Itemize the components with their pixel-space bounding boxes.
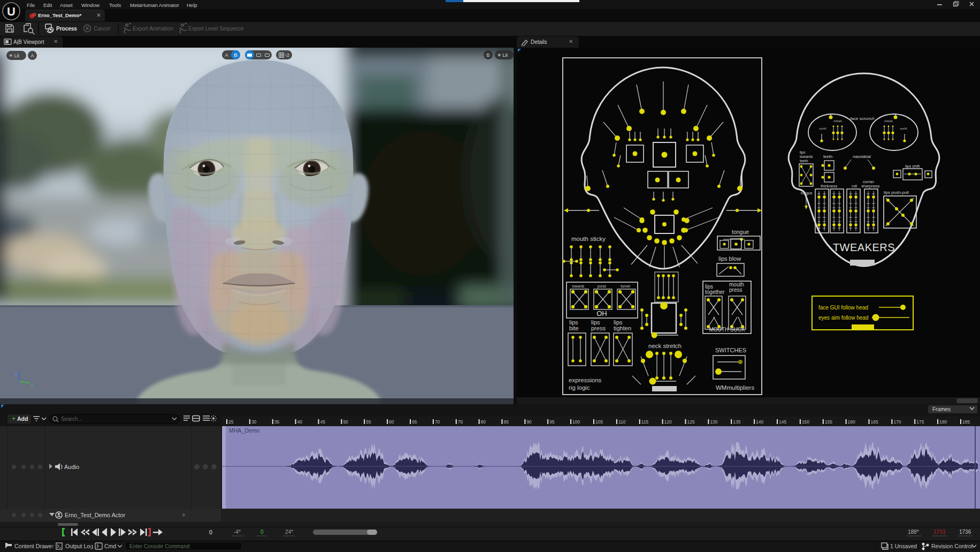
- svg-text:135: 135: [733, 419, 740, 425]
- svg-text:eyes aim follow head: eyes aim follow head: [818, 315, 868, 321]
- svg-text:105: 105: [595, 419, 603, 425]
- svg-text:0: 0: [209, 529, 212, 535]
- svg-text:110: 110: [618, 419, 626, 425]
- svg-text:mouth sticky: mouth sticky: [571, 236, 606, 242]
- svg-text:35: 35: [274, 419, 280, 425]
- svg-text:70: 70: [435, 419, 440, 425]
- svg-text:eyelid: eyelid: [819, 127, 826, 130]
- svg-text:expressions: expressions: [569, 377, 602, 383]
- svg-text:160: 160: [848, 419, 855, 425]
- svg-text:purse: purse: [598, 284, 607, 289]
- svg-text:thickness: thickness: [821, 184, 838, 188]
- svg-text:towards: towards: [572, 284, 585, 288]
- svg-text:95: 95: [549, 419, 555, 425]
- svg-text:185: 185: [962, 419, 970, 425]
- svg-text:40: 40: [297, 419, 303, 425]
- svg-text:45: 45: [320, 419, 326, 425]
- svg-text:press: press: [591, 325, 606, 331]
- svg-text:eyelid: eyelid: [900, 127, 907, 130]
- svg-text:U: U: [7, 5, 16, 18]
- svg-text:MOUTH SUCK: MOUTH SUCK: [709, 327, 745, 332]
- svg-text:together: together: [705, 289, 725, 295]
- svg-text:WMmultipliers: WMmultipliers: [716, 384, 754, 391]
- svg-text:0: 0: [261, 529, 264, 535]
- svg-text:face GUI follow head: face GUI follow head: [818, 305, 868, 311]
- svg-text:TWEAKERS: TWEAKERS: [833, 241, 895, 253]
- svg-text:tongue: tongue: [801, 191, 813, 195]
- svg-text:towards: towards: [800, 155, 813, 158]
- svg-text:50: 50: [343, 419, 348, 425]
- svg-text:65: 65: [412, 419, 417, 425]
- svg-text:roll: roll: [852, 184, 857, 188]
- svg-text:120: 120: [664, 419, 672, 425]
- svg-text:30: 30: [251, 419, 257, 425]
- svg-text:Search...: Search...: [61, 416, 82, 422]
- svg-text:140: 140: [756, 419, 763, 425]
- svg-text:150: 150: [802, 419, 809, 425]
- svg-text:OH: OH: [596, 309, 607, 317]
- svg-text:Cmd: Cmd: [104, 543, 116, 549]
- svg-text:lips push-pull: lips push-pull: [884, 190, 909, 195]
- svg-text:+: +: [182, 511, 186, 519]
- svg-text:188*: 188*: [908, 529, 919, 535]
- svg-text:Erno_Test_Demo Actor: Erno_Test_Demo Actor: [65, 512, 125, 518]
- svg-text:MHA_Demo: MHA_Demo: [229, 427, 259, 434]
- svg-text:115: 115: [641, 419, 649, 425]
- svg-text:175: 175: [916, 419, 924, 425]
- svg-text:75: 75: [458, 419, 463, 425]
- svg-text:1736: 1736: [959, 529, 971, 535]
- svg-text:145: 145: [779, 419, 786, 425]
- svg-text:165: 165: [871, 419, 878, 425]
- svg-text:lips shift: lips shift: [905, 164, 920, 169]
- svg-text:Audio: Audio: [64, 464, 79, 470]
- svg-text:Revision Control: Revision Control: [931, 543, 973, 549]
- svg-text:180: 180: [939, 419, 947, 425]
- svg-text:SWITCHES: SWITCHES: [715, 347, 746, 353]
- svg-text:lips: lips: [800, 150, 806, 155]
- svg-text:z: z: [15, 372, 17, 377]
- svg-text:nasolabial: nasolabial: [853, 154, 871, 159]
- svg-text:orbitals: orbitals: [833, 119, 843, 123]
- svg-text:60: 60: [389, 419, 394, 425]
- svg-text:Enter Console Command: Enter Console Command: [129, 543, 189, 549]
- svg-text:rig logic: rig logic: [569, 384, 590, 391]
- svg-text:funnel: funnel: [621, 284, 630, 288]
- svg-text:orbitals: orbitals: [884, 119, 893, 123]
- svg-text:1733: 1733: [933, 529, 946, 535]
- svg-text:100: 100: [572, 419, 580, 425]
- svg-text:press: press: [729, 287, 742, 293]
- svg-text:Add: Add: [17, 415, 28, 422]
- svg-text:24*: 24*: [285, 529, 293, 535]
- svg-text:neck stretch: neck stretch: [648, 343, 682, 349]
- svg-text:teeth-: teeth-: [823, 154, 834, 159]
- svg-text:teeth: teeth: [800, 159, 808, 163]
- svg-text:Output Log: Output Log: [65, 543, 93, 549]
- svg-text:face scrunch: face scrunch: [850, 116, 874, 121]
- svg-text:25: 25: [228, 419, 234, 425]
- svg-text:155: 155: [825, 419, 832, 425]
- svg-text:55: 55: [366, 419, 371, 425]
- svg-text:tighten: tighten: [614, 325, 631, 331]
- svg-text:y: y: [31, 383, 33, 388]
- svg-text:170: 170: [893, 419, 901, 425]
- svg-text:tongue: tongue: [732, 229, 749, 235]
- svg-text:125: 125: [687, 419, 695, 425]
- svg-text:130: 130: [710, 419, 717, 425]
- svg-text:Content Drawer: Content Drawer: [14, 543, 54, 549]
- svg-text:85: 85: [504, 419, 509, 425]
- svg-text:bite: bite: [569, 325, 579, 331]
- svg-text:-4*: -4*: [234, 529, 241, 535]
- svg-text:90: 90: [526, 419, 532, 425]
- svg-text:1 Unsaved: 1 Unsaved: [890, 543, 917, 549]
- svg-text:+: +: [12, 415, 16, 422]
- svg-text:lips blow: lips blow: [718, 255, 741, 262]
- svg-text:Frames: Frames: [932, 406, 951, 412]
- svg-text:sharpness: sharpness: [861, 184, 880, 188]
- svg-text:80: 80: [481, 419, 486, 425]
